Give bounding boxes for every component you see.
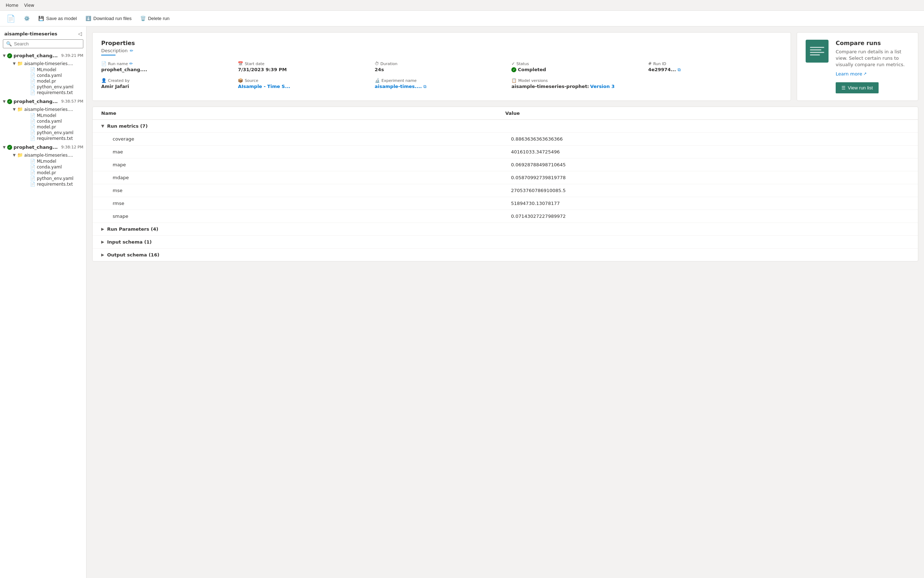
input-schema-section[interactable]: ▶ Input schema (1) [92,236,918,248]
metric-value-mdape: 0.05870992739819778 [511,175,909,180]
file-1-5[interactable]: 📄 requirements.txt [11,90,83,96]
experiment-copy-icon[interactable]: ⧉ [423,84,426,89]
prop-created-by: 👤 Created by Amir Jafari [101,78,235,89]
metric-row-rmse: rmse 51894730.13078177 [92,197,918,210]
file-2-2[interactable]: 📄 conda.yaml [11,119,83,124]
run-2-chevron: ▼ [3,99,6,103]
search-input[interactable] [14,41,80,47]
tree-run-1: ▼ ✓ prophet_chang... 9:39:21 PM ▼ 📁 aisa… [0,51,86,97]
toolbar: 📄 ⚙️ 💾 Save as model ⬇️ Download run fil… [0,11,924,26]
run-id-row: 4e29974... ⧉ [648,67,782,72]
file-name-1-5: requirements.txt [37,90,73,95]
source-link[interactable]: AIsample - Time S... [238,84,290,89]
file-name-1-4: python_env.yaml [37,84,73,89]
file-icon-2-4: 📄 [30,130,36,135]
folder-1-chevron: ▼ [13,62,16,65]
compare-runs-content: Compare runs Compare run details in a li… [836,40,909,93]
compare-runs-title: Compare runs [836,40,909,47]
file-1-3[interactable]: 📄 model.pr [11,78,83,84]
run-id-copy-icon[interactable]: ⧉ [678,67,681,72]
run-3-folder: ▼ 📁 aisample-timeseries.... 📄 MLmodel 📄 … [0,151,86,188]
metric-row-smape: smape 0.07143027227989972 [92,210,918,223]
run-2-folder-row[interactable]: ▼ 📁 aisample-timeseries.... [11,106,83,113]
metric-row-mdape: mdape 0.05870992739819778 [92,171,918,184]
status-icon: ✓ [511,61,515,66]
learn-more-link[interactable]: Learn more ↗ [836,71,866,76]
run-name-edit-icon[interactable]: ✏️ [130,61,133,66]
file-icon-3-4: 📄 [30,176,36,181]
input-schema-chevron: ▶ [101,240,104,244]
sidebar-header: aisample-timeseries ◁ [0,26,86,39]
content-area: Properties Description ✏️ 📄 Run name ✏️ … [86,26,924,578]
file-2-5[interactable]: 📄 requirements.txt [11,136,83,141]
file-2-1[interactable]: 📄 MLmodel [11,113,83,119]
run-id-hash-icon: # [648,61,652,66]
metric-value-mae: 40161033.34725496 [511,149,909,154]
run-metrics-section[interactable]: ▼ Run metrics (7) [92,120,918,133]
settings-button[interactable]: ⚙️ [20,14,33,23]
source-icon: 📦 [238,78,243,83]
sidebar: aisample-timeseries ◁ 🔍 ▼ ✓ prophet_chan… [0,26,86,578]
created-by-icon: 👤 [101,78,107,83]
file-1-4[interactable]: 📄 python_env.yaml [11,84,83,90]
file-3-4[interactable]: 📄 python_env.yaml [11,175,83,181]
file-1-2[interactable]: 📄 conda.yaml [11,73,83,78]
run-metrics-chevron: ▼ [101,124,104,128]
menu-view[interactable]: View [21,3,37,8]
save-model-button[interactable]: 💾 Save as model [35,14,81,23]
run-parameters-section[interactable]: ▶ Run Parameters (4) [92,223,918,236]
run-3-header[interactable]: ▼ ✓ prophet_chang... 9:38:12 PM [0,143,86,151]
metric-name-coverage: coverage [113,136,511,142]
file-2-4[interactable]: 📄 python_env.yaml [11,130,83,136]
file-icon-2-1: 📄 [30,113,36,118]
metric-row-mape: mape 0.06928788498710645 [92,158,918,171]
file-icon-3-3: 📄 [30,170,36,175]
value-column-header: Value [505,110,909,116]
metric-value-mse: 27053760786910085.5 [511,188,909,193]
run-name-doc-icon: 📄 [101,61,107,66]
app-icon-button[interactable]: 📄 [3,12,19,25]
run-2-header[interactable]: ▼ ✓ prophet_chang... 9:38:57 PM [0,97,86,105]
thumb-line-3 [810,52,824,53]
delete-run-button[interactable]: 🗑️ Delete run [136,14,173,23]
file-icon-1-4: 📄 [30,84,36,89]
file-2-3[interactable]: 📄 model.pr [11,124,83,130]
metrics-table-header: Name Value [92,107,918,120]
collapse-sidebar-button[interactable]: ◁ [78,31,82,36]
output-schema-section[interactable]: ▶ Output schema (16) [92,248,918,261]
run-2-folder: ▼ 📁 aisample-timeseries.... 📄 MLmodel 📄 … [0,105,86,142]
output-schema-chevron: ▶ [101,253,104,257]
file-1-1[interactable]: 📄 MLmodel [11,67,83,73]
run-1-header[interactable]: ▼ ✓ prophet_chang... 9:39:21 PM [0,52,86,59]
run-parameters-title: Run Parameters (4) [107,226,158,232]
download-run-files-button[interactable]: ⬇️ Download run files [82,14,135,23]
file-3-3[interactable]: 📄 model.pr [11,170,83,175]
metric-name-mape: mape [113,162,511,167]
model-versions-icon: 📋 [511,78,517,83]
prop-run-id: # Run ID 4e29974... ⧉ [648,61,782,72]
run-3-chevron: ▼ [3,145,6,149]
sidebar-title: aisample-timeseries [4,31,57,36]
prop-run-name: 📄 Run name ✏️ prophet_chang.... [101,61,235,72]
experiment-name-row: aisample-times.... ⧉ [375,84,509,89]
file-3-5[interactable]: 📄 requirements.txt [11,181,83,187]
experiment-name-link[interactable]: aisample-times.... [375,84,422,89]
main-layout: aisample-timeseries ◁ 🔍 ▼ ✓ prophet_chan… [0,26,924,578]
run-3-folder-row[interactable]: ▼ 📁 aisample-timeseries.... [11,152,83,158]
run-3-status-icon: ✓ [7,145,12,150]
download-icon: ⬇️ [86,16,91,21]
run-1-time: 9:39:21 PM [61,53,83,58]
model-version-link[interactable]: Version 3 [590,84,615,89]
file-3-2[interactable]: 📄 conda.yaml [11,164,83,170]
description-edit-icon[interactable]: ✏️ [130,48,133,53]
file-name-2-3: model.pr [37,125,56,130]
file-name-2-4: python_env.yaml [37,130,73,135]
file-name-2-2: conda.yaml [37,119,62,124]
top-row: Properties Description ✏️ 📄 Run name ✏️ … [92,32,918,101]
view-run-list-button[interactable]: ☰ View run list [836,82,879,93]
menu-home[interactable]: Home [3,3,21,8]
file-3-1[interactable]: 📄 MLmodel [11,158,83,164]
run-1-folder-row[interactable]: ▼ 📁 aisample-timeseries.... [11,60,83,67]
metric-value-rmse: 51894730.13078177 [511,201,909,206]
file-name-1-1: MLmodel [37,67,56,72]
